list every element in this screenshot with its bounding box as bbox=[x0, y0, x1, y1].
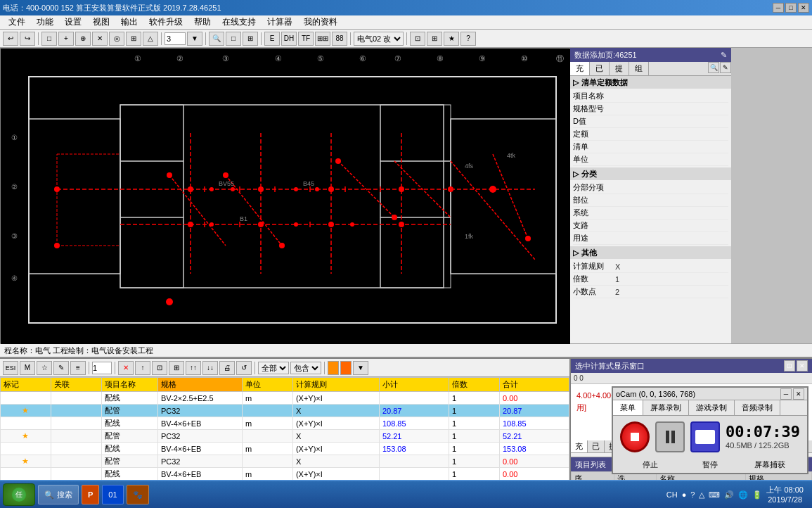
panel-tab-done[interactable]: 已 bbox=[590, 62, 610, 75]
btn-paste[interactable]: ⊞ bbox=[169, 361, 184, 375]
toolbar-zoom-in[interactable]: 🔍 bbox=[209, 32, 224, 46]
table-row[interactable]: ★配管PC32X10.00 bbox=[1, 455, 569, 468]
table-row[interactable]: 配线BV-2×2.5+E2.5m(X+Y)×I10.00 bbox=[1, 392, 569, 405]
taskbar-search[interactable]: 🔍 搜索 bbox=[38, 485, 79, 504]
ocam-tab-audio[interactable]: 音频录制 bbox=[735, 400, 780, 415]
btn-print[interactable]: 🖨 bbox=[219, 361, 235, 375]
page-input[interactable] bbox=[92, 362, 112, 374]
panel-icon-2[interactable]: ✎ bbox=[720, 62, 731, 73]
btn-orange2[interactable] bbox=[340, 361, 352, 375]
filter-dropdown2[interactable]: 包含 bbox=[290, 362, 321, 374]
close-button[interactable]: ✕ bbox=[798, 3, 809, 13]
taskbar-app-paw[interactable]: 🐾 bbox=[127, 485, 149, 504]
taskbar-sound-icon[interactable]: 🔊 bbox=[724, 490, 734, 500]
cad-viewport[interactable]: ① ② ③ ④ ⑤ ⑥ ⑦ ⑧ ⑨ ⑩ ⑪ bbox=[0, 48, 569, 343]
section-toggle-other[interactable]: ▷ bbox=[573, 248, 579, 258]
toolbar-undo[interactable]: ↩ bbox=[3, 32, 18, 46]
toolbar-draw4[interactable]: ✕ bbox=[92, 32, 108, 46]
btn-refresh[interactable]: ↺ bbox=[236, 361, 252, 375]
btn-export[interactable]: ↓↓ bbox=[202, 361, 218, 375]
btn-import[interactable]: ↑↑ bbox=[186, 361, 201, 375]
toolbar-draw6[interactable]: ⊞ bbox=[126, 32, 141, 46]
btn-delete[interactable]: ✕ bbox=[118, 361, 134, 375]
menu-file[interactable]: 文件 bbox=[3, 15, 31, 30]
table-cell: BV-4×6+EB bbox=[157, 468, 242, 481]
btn-pencil[interactable]: ✎ bbox=[53, 361, 69, 375]
ocam-screenshot-button[interactable] bbox=[690, 421, 720, 452]
menu-view[interactable]: 视图 bbox=[87, 15, 115, 30]
table-row[interactable]: 配线BV-4×6+EBm(X+Y)×I108.851108.85 bbox=[1, 417, 569, 430]
toolbar-zoom-out[interactable]: □ bbox=[226, 32, 241, 46]
table-row[interactable]: 配线BV-4×6+EBm(X+Y)×I153.081153.08 bbox=[1, 443, 569, 455]
table-row[interactable]: ★配管PC32X20.87120.87 bbox=[1, 405, 569, 417]
table-row[interactable]: 配线BV-4×6+EBm(X+Y)×I10.00 bbox=[1, 468, 569, 481]
toolbar-more4[interactable]: ? bbox=[460, 32, 476, 46]
taskbar-app-01[interactable]: 01 bbox=[102, 485, 123, 504]
filter-dropdown1[interactable]: 全部 bbox=[258, 362, 289, 374]
calc-tab-done[interactable]: 已 bbox=[588, 440, 605, 452]
toolbar-more3[interactable]: ★ bbox=[444, 32, 459, 46]
menu-function[interactable]: 功能 bbox=[31, 15, 59, 30]
btn-scroll-down[interactable]: ▼ bbox=[353, 361, 368, 375]
panel-icon-1[interactable]: 🔍 bbox=[708, 62, 719, 73]
btn-orange1[interactable] bbox=[328, 361, 339, 375]
toolbar-more1[interactable]: ⊡ bbox=[410, 32, 425, 46]
btn-mark1[interactable]: M bbox=[20, 361, 35, 375]
menu-help[interactable]: 帮助 bbox=[188, 15, 217, 30]
ocam-min-btn[interactable]: ─ bbox=[780, 388, 792, 400]
btn-copy[interactable]: ⊡ bbox=[152, 361, 167, 375]
menu-settings[interactable]: 设置 bbox=[59, 15, 87, 30]
menu-upgrade[interactable]: 软件升级 bbox=[143, 15, 188, 30]
toolbar-grid[interactable]: ⊞⊞ bbox=[315, 32, 330, 46]
toolbar-e1[interactable]: E bbox=[264, 32, 280, 46]
ocam-tab-game[interactable]: 游戏录制 bbox=[689, 400, 735, 415]
toolbar-draw7[interactable]: △ bbox=[143, 32, 158, 46]
menu-calc[interactable]: 计算器 bbox=[262, 15, 298, 30]
panel-tab-fill[interactable]: 充 bbox=[570, 62, 590, 75]
toolbar-draw1[interactable]: □ bbox=[41, 32, 57, 46]
toolbar-num-down[interactable]: ▼ bbox=[187, 32, 202, 46]
layer-dropdown[interactable]: 电气02 改 bbox=[354, 32, 404, 46]
toolbar-more2[interactable]: ⊞ bbox=[427, 32, 442, 46]
menu-output[interactable]: 输出 bbox=[115, 15, 143, 30]
table-row[interactable]: ★配管PC32X52.21152.21 bbox=[1, 430, 569, 443]
menu-mydata[interactable]: 我的资料 bbox=[298, 15, 343, 30]
taskbar-keyboard-icon[interactable]: ⌨ bbox=[709, 490, 720, 500]
taskbar-battery-icon[interactable]: 🔋 bbox=[752, 490, 762, 500]
calc-tab-fill[interactable]: 充 bbox=[571, 440, 588, 452]
right-panel-edit-icon[interactable]: ✎ bbox=[721, 51, 727, 60]
ocam-stop-button[interactable] bbox=[620, 421, 650, 452]
toolbar-dh[interactable]: DH bbox=[281, 32, 297, 46]
toolbar-fit[interactable]: ⊞ bbox=[243, 32, 258, 46]
toolbar-88[interactable]: 88 bbox=[332, 32, 347, 46]
toolbar-draw5[interactable]: ◎ bbox=[109, 32, 124, 46]
taskbar-delta-icon[interactable]: △ bbox=[699, 490, 704, 500]
toolbar-draw2[interactable]: + bbox=[58, 32, 74, 46]
panel-tab-group[interactable]: 组 bbox=[629, 62, 649, 75]
btn-calc2[interactable]: ≡ bbox=[70, 361, 86, 375]
ocam-pause-button[interactable] bbox=[655, 421, 685, 452]
calc-float-btn[interactable]: ⊡ bbox=[784, 360, 795, 372]
ocam-tab-screen[interactable]: 屏幕录制 bbox=[643, 400, 689, 415]
calc-close-btn[interactable]: ✕ bbox=[797, 360, 808, 372]
maximize-button[interactable]: □ bbox=[785, 3, 797, 13]
toolbar-redo[interactable]: ↪ bbox=[20, 32, 35, 46]
panel-tab-extract[interactable]: 提 bbox=[610, 62, 629, 75]
taskbar-help-icon[interactable]: ? bbox=[690, 490, 695, 499]
btn-mark2[interactable]: ☆ bbox=[37, 361, 52, 375]
btn-esi[interactable]: ESI bbox=[3, 361, 18, 375]
ocam-tab-menu[interactable]: 菜单 bbox=[613, 400, 643, 415]
ocam-close-btn[interactable]: ✕ bbox=[793, 388, 804, 400]
btn-up[interactable]: ↑ bbox=[135, 361, 150, 375]
toolbar-tf[interactable]: TF bbox=[298, 32, 314, 46]
taskbar-circle-icon[interactable]: ● bbox=[682, 490, 687, 499]
taskbar-app-p[interactable]: P bbox=[82, 485, 99, 504]
menu-online[interactable]: 在线支持 bbox=[217, 15, 262, 30]
taskbar-network-icon[interactable]: 🌐 bbox=[738, 490, 748, 500]
section-toggle-classify[interactable]: ▷ bbox=[573, 170, 579, 179]
start-button[interactable]: 任 bbox=[3, 483, 35, 506]
toolbar-draw3[interactable]: ⊕ bbox=[75, 32, 91, 46]
minimize-button[interactable]: ─ bbox=[773, 3, 784, 13]
section-toggle-data[interactable]: ▷ bbox=[573, 78, 579, 87]
toolbar-number-input[interactable] bbox=[165, 32, 186, 45]
